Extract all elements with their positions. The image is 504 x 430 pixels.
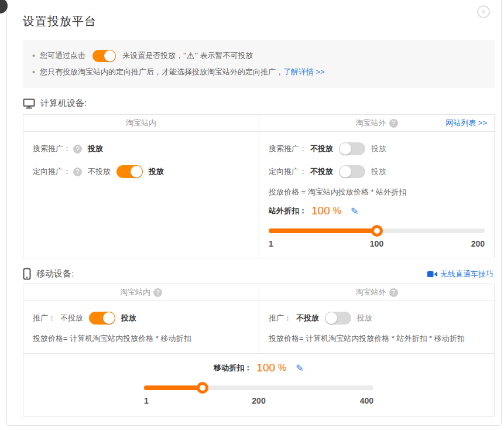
offsite-discount-label: 站外折扣： bbox=[269, 206, 307, 216]
computer-onsite-search-row: 搜索推广： 投放 bbox=[33, 142, 249, 156]
mobile-onsite-price-formula: 投放价格= 计算机淘宝站内投放价格 * 移动折扣 bbox=[33, 333, 249, 344]
help-icon[interactable] bbox=[389, 119, 398, 128]
video-camera-icon bbox=[427, 271, 437, 278]
notice-2-text: 您只有投放淘宝站内的定向推广后，才能选择投放淘宝站外的定向推广， bbox=[40, 67, 283, 77]
computer-offsite-header: 淘宝站外 网站列表 >> bbox=[259, 115, 494, 132]
set-platform-dialog: 设置投放平台 • 您可通过点击 来设置是否投放，" ⚠ " 表示暂不可投放 • … bbox=[6, 0, 502, 426]
target-promo-on-label: 投放 bbox=[149, 166, 164, 177]
mobile-discount-value: 100 bbox=[256, 361, 275, 374]
computer-onsite-body: 搜索推广： 投放 定向推广： 不投放 投放 bbox=[23, 132, 259, 188]
offsite-discount-slider[interactable] bbox=[269, 225, 485, 237]
tick-max: 200 bbox=[471, 239, 485, 248]
toggle-knob bbox=[325, 312, 337, 324]
computer-offsite-column: 淘宝站外 网站列表 >> 搜索推广： 不投放 投放 定向推广： 不投放 bbox=[259, 115, 494, 258]
search-promo-off-label: 不投放 bbox=[310, 144, 333, 154]
notice-1-post: " 表示暂不可投放 bbox=[195, 50, 253, 61]
search-promo-on-label: 投放 bbox=[371, 144, 386, 154]
mobile-discount-label: 移动折扣： bbox=[214, 363, 252, 373]
mobile-onsite-promo-row: 推广： 不投放 投放 bbox=[33, 311, 249, 325]
computer-onsite-target-row: 定向推广： 不投放 投放 bbox=[33, 165, 249, 179]
tick-max: 400 bbox=[360, 396, 373, 405]
page: 设置投放平台 • 您可通过点击 来设置是否投放，" ⚠ " 表示暂不可投放 • … bbox=[0, 0, 504, 430]
mobile-discount-unit: % bbox=[278, 363, 286, 373]
computer-onsite-target-toggle[interactable] bbox=[116, 165, 143, 178]
notice-line-1: • 您可通过点击 来设置是否投放，" ⚠ " 表示暂不可投放 bbox=[32, 47, 485, 64]
wireless-tips-link[interactable]: 无线直通车技巧 bbox=[427, 269, 493, 279]
mobile-offsite-column: 淘宝站外 推广： 不投放 投放 投放价格= 计算机淘宝站内投放价格 * 站外折扣… bbox=[259, 284, 494, 353]
promo-off-label: 不投放 bbox=[296, 313, 319, 323]
tick-mid: 100 bbox=[370, 239, 383, 248]
mobile-offsite-body: 推广： 不投放 投放 投放价格= 计算机淘宝站内投放价格 * 站外折扣 * 移动… bbox=[259, 301, 494, 353]
mobile-discount-footer: 移动折扣： 100 % 1 200 400 bbox=[23, 353, 494, 416]
edit-pencil-icon[interactable] bbox=[351, 206, 358, 217]
mobile-discount-slider[interactable] bbox=[144, 382, 373, 394]
computer-offsite-target-toggle[interactable] bbox=[339, 165, 365, 178]
search-promo-label: 搜索推广： bbox=[269, 144, 307, 154]
target-promo-off-label: 不投放 bbox=[88, 166, 111, 177]
notice-line-2: • 您只有投放淘宝站内的定向推广后，才能选择投放淘宝站外的定向推广， 了解详情 … bbox=[32, 64, 485, 80]
notice-box: • 您可通过点击 来设置是否投放，" ⚠ " 表示暂不可投放 • 您只有投放淘宝… bbox=[23, 40, 495, 88]
slider-fill bbox=[269, 228, 377, 233]
tick-min: 1 bbox=[269, 239, 273, 248]
computer-offsite-body: 搜索推广： 不投放 投放 定向推广： 不投放 投放 投放价格 = 淘宝站内投放价… bbox=[259, 132, 494, 258]
mobile-onsite-promo-toggle[interactable] bbox=[89, 312, 115, 325]
promo-label: 推广： bbox=[269, 313, 292, 323]
wireless-tips-label: 无线直通车技巧 bbox=[440, 269, 493, 279]
computer-offsite-search-row: 搜索推广： 不投放 投放 bbox=[269, 142, 485, 156]
mobile-offsite-header: 淘宝站外 bbox=[259, 284, 494, 301]
help-icon[interactable] bbox=[73, 168, 82, 176]
promo-on-label: 投放 bbox=[357, 313, 372, 323]
mobile-slider-ticks: 1 200 400 bbox=[144, 396, 373, 405]
computer-platform-table: 淘宝站内 搜索推广： 投放 定向推广： 不投放 投放 bbox=[23, 114, 495, 258]
computer-offsite-header-label: 淘宝站外 bbox=[356, 115, 386, 131]
search-promo-state: 投放 bbox=[88, 144, 103, 154]
computer-section-header: 计算机设备: bbox=[23, 98, 495, 109]
toggle-knob bbox=[131, 166, 142, 178]
mobile-section-header: 移动设备: 无线直通车技巧 bbox=[23, 268, 495, 280]
offsite-discount-value: 100 bbox=[311, 204, 330, 217]
target-promo-label: 定向推广： bbox=[33, 166, 71, 177]
toggle-knob bbox=[104, 50, 115, 62]
promo-label: 推广： bbox=[33, 313, 56, 323]
toggle-knob bbox=[340, 143, 351, 155]
mobile-onsite-body: 推广： 不投放 投放 投放价格= 计算机淘宝站内投放价格 * 移动折扣 bbox=[23, 301, 259, 353]
promo-off-label: 不投放 bbox=[60, 313, 83, 323]
site-list-link[interactable]: 网站列表 >> bbox=[445, 115, 487, 131]
mobile-onsite-column: 淘宝站内 推广： 不投放 投放 投放价格= 计算机淘宝站内投放价格 * 移动折扣 bbox=[23, 284, 259, 353]
toggle-knob bbox=[340, 166, 351, 178]
target-promo-on-label: 投放 bbox=[371, 166, 386, 177]
mobile-discount-row: 移动折扣： 100 % bbox=[144, 361, 373, 374]
mobile-offsite-promo-toggle[interactable] bbox=[325, 312, 351, 325]
computer-onsite-header: 淘宝站内 bbox=[23, 115, 259, 132]
computer-onsite-header-label: 淘宝站内 bbox=[126, 115, 156, 131]
help-icon[interactable] bbox=[153, 288, 162, 297]
slider-fill bbox=[144, 385, 203, 390]
warning-triangle-icon: ⚠ bbox=[187, 50, 194, 61]
mobile-offsite-promo-row: 推广： 不投放 投放 bbox=[269, 311, 485, 325]
phone-icon bbox=[23, 268, 31, 280]
slider-handle[interactable] bbox=[371, 225, 383, 237]
computer-onsite-column: 淘宝站内 搜索推广： 投放 定向推广： 不投放 投放 bbox=[23, 115, 259, 258]
computer-offsite-search-toggle[interactable] bbox=[339, 142, 365, 155]
close-icon[interactable] bbox=[477, 5, 490, 18]
mobile-onsite-header-label: 淘宝站内 bbox=[120, 284, 150, 301]
edit-pencil-icon[interactable] bbox=[296, 363, 303, 374]
monitor-icon bbox=[23, 98, 35, 109]
help-icon[interactable] bbox=[389, 288, 398, 297]
promo-on-label: 投放 bbox=[121, 313, 136, 323]
help-icon[interactable] bbox=[73, 145, 82, 153]
toggle-knob bbox=[103, 312, 115, 324]
mobile-section-label: 移动设备: bbox=[36, 268, 74, 279]
notice-1-mid: 来设置是否投放，" bbox=[121, 50, 186, 61]
offsite-discount-unit: % bbox=[333, 206, 341, 216]
search-promo-label: 搜索推广： bbox=[33, 144, 71, 154]
tick-mid: 200 bbox=[252, 396, 265, 405]
mobile-offsite-header-label: 淘宝站外 bbox=[356, 284, 386, 301]
mobile-platform-table: 淘宝站内 推广： 不投放 投放 投放价格= 计算机淘宝站内投放价格 * 移动折扣… bbox=[23, 284, 495, 417]
slider-handle[interactable] bbox=[197, 382, 208, 394]
bullet-icon: • bbox=[32, 67, 35, 77]
target-promo-off-label: 不投放 bbox=[310, 166, 333, 177]
learn-more-link[interactable]: 了解详情 >> bbox=[283, 67, 325, 77]
computer-section-label: 计算机设备: bbox=[40, 98, 87, 109]
mobile-onsite-header: 淘宝站内 bbox=[23, 284, 259, 301]
